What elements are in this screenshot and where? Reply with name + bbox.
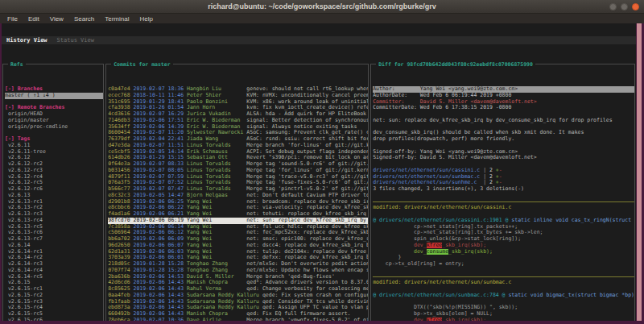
diff-text-line[interactable]: Signed-off-by: David S. Miller <davem@da… — [373, 155, 634, 161]
ref-item[interactable]: origin/HEAD — [5, 111, 103, 118]
ref-item[interactable]: v2.6.13-rc6 — [5, 230, 103, 236]
commit-row[interactable]: 76379df 2019-02-04 22:41 Jiada Wang ASoC… — [108, 136, 368, 143]
ref-group-header[interactable]: [-] Branches — [5, 86, 103, 93]
commit-row[interactable]: 076a3f5 2019-02-07 07:52 Linus Torvalds … — [108, 180, 368, 186]
ref-item[interactable]: origin/master — [5, 118, 103, 124]
diff-stat-line[interactable]: drivers/net/ethernet/sun/sunhme.c | 2 +- — [373, 180, 634, 186]
diff-context-line[interactable]: bp->tx_skbs[elem] = NULL; — [373, 311, 634, 318]
commit-row[interactable]: d2901b8 2019-02-06 06:25 Yang Wei net: b… — [108, 199, 368, 206]
terminal-scrollbar[interactable] — [637, 23, 642, 321]
commit-row[interactable]: 4879f11 2019-02-07 07:59 Linus Torvalds … — [108, 174, 368, 181]
diff-text-line[interactable]: dev_consume_skb_irq() should be called w… — [373, 130, 634, 136]
diff-removed-line[interactable]: dev_kfree_skb_irq(skb); — [373, 243, 634, 249]
menu-item-edit[interactable]: Edit — [28, 15, 39, 23]
diff-text-line[interactable]: net: sun: replace dev_kfree_skb_irq by d… — [373, 118, 634, 124]
diff-stat-line[interactable]: drivers/net/ethernet/sun/sunbmac.c | 2 +… — [373, 174, 634, 181]
diff-meta-line[interactable]: Author:Yang Wei <yang.wei9@zte.com.cn> — [373, 86, 634, 93]
tab-status-view[interactable]: Status View — [57, 36, 94, 44]
ref-item[interactable]: v2.6.14-rc2 — [5, 255, 103, 261]
ref-item[interactable]: v2.6.12-rc6 — [5, 186, 103, 193]
diff-meta-line[interactable]: CommitterDate:Wed Feb 6 17:38:15 2019 -0… — [373, 105, 634, 111]
ref-item[interactable]: v2.6.13-rc4 — [5, 218, 103, 224]
maximize-button[interactable] — [621, 3, 628, 10]
commit-row[interactable]: fb1faab 2019-02-06 14:43 Sudarsana Reddy… — [108, 299, 368, 305]
ref-item[interactable]: v2.6.15-rc2 — [5, 293, 103, 299]
ref-item[interactable]: v2.6.14 — [5, 243, 103, 249]
diff-text-line[interactable]: drop profiles(dropwatch, perf) more frie… — [373, 136, 634, 143]
ref-item[interactable]: v2.6.13-rc2 — [5, 205, 103, 211]
commit-row[interactable]: e8c32c3 2019-02-05 14:47 Bjorn Helgaas n… — [108, 193, 368, 199]
ref-group-header[interactable]: [-] Tags — [5, 136, 103, 143]
menu-item-terminal[interactable]: Terminal — [105, 15, 129, 23]
commit-row[interactable]: cfa3938 2019-01-26 01:54 Jann Horn kvm: … — [108, 105, 368, 111]
ref-item[interactable]: v2.6.15-rc6 — [5, 318, 103, 321]
diff-removed-line[interactable]: dev_kfree_skb_irq(skb); — [373, 318, 634, 321]
diff-context-line[interactable]: cp->net_stats[ring].tx_packets++; — [373, 224, 634, 231]
commit-row[interactable]: 660492b 2019-02-06 14:43 Manish Chopra q… — [108, 311, 368, 318]
ref-item[interactable]: v2.6.14-rc4 — [5, 268, 103, 274]
commit-row[interactable]: 7146db3 2019-02-06 17:51 Eric W. Biederm… — [108, 118, 368, 124]
ref-item[interactable]: v2.6.12 — [5, 155, 103, 161]
ref-item[interactable]: v2.6.15-rc5 — [5, 311, 103, 318]
commit-row[interactable]: b031456 2019-02-07 08:05 Linus Torvalds … — [108, 168, 368, 174]
commit-row[interactable]: 0707f74 2019-01-28 15:28 Tonghao Zhang n… — [108, 268, 368, 274]
commit-row[interactable]: d47e3da 2019-02-07 11:51 Linus Torvalds … — [108, 143, 368, 149]
diff-text-line[interactable]: Signed-off-by: Yang Wei <yang.wei9@zte.c… — [373, 149, 634, 156]
ref-item[interactable]: v2.6.15 — [5, 280, 103, 286]
diff-committer-line[interactable]: Committer:David S. Miller <davem@davemlo… — [373, 99, 634, 106]
diff-added-line[interactable]: dev_consume_skb_irq(skb); — [373, 249, 634, 255]
commit-row[interactable]: f4ad1a6 2019-02-06 06:21 Yang Wei net: t… — [108, 211, 368, 218]
menu-item-file[interactable]: File — [7, 15, 18, 23]
commit-row[interactable]: c506964 2019-02-06 06:12 Yang Wei net: f… — [108, 230, 368, 236]
tab-history-view[interactable]: History View — [6, 36, 47, 44]
commit-row[interactable]: 78eb6ca 2019-02-07 10:36 Dave Airlie Mer… — [108, 318, 368, 321]
close-button[interactable] — [632, 3, 639, 10]
commit-row[interactable]: 0f64e3a 2019-02-07 08:33 Linus Torvalds … — [108, 161, 368, 168]
commit-row[interactable]: ecec768 2018-10-11 11:46 Peter Shier KVM… — [108, 93, 368, 99]
ref-item[interactable]: master ( ↑1 ↓4 ) — [5, 93, 103, 99]
commit-row[interactable]: ce5cbf5 2019-02-05 14:14 Erik Schmauss A… — [108, 149, 368, 156]
commit-row[interactable]: bb6a702 2019-02-06 06:09 Yang Wei net: s… — [108, 236, 368, 243]
ref-group-header[interactable]: [-] Remote Branches — [5, 105, 103, 111]
commit-row[interactable]: 42d6cd6 2019-02-06 14:43 Manish Chopra q… — [108, 280, 368, 286]
commit-row[interactable]: 35634ff 2019-02-06 14:39 Eric W. Biederm… — [108, 124, 368, 131]
ref-item[interactable]: v2.6.15-rc4 — [5, 305, 103, 311]
commit-row[interactable]: c0a47e4 2019-02-07 18:36 Hangbin Liu gen… — [108, 86, 368, 93]
diff-context-line[interactable]: cp->net_stats[ring].tx_bytes += skb->len… — [373, 230, 634, 236]
commit-row[interactable]: 218d05c 2019-01-28 15:28 Tonghao Zhang n… — [108, 261, 368, 268]
commit-row[interactable]: 8600454 2019-02-07 11:20 Sylwester Nawro… — [108, 130, 368, 136]
ref-item[interactable]: v2.6.11-tree — [5, 149, 103, 156]
diff-hunk-header[interactable]: @ drivers/net/ethernet/sun/cassini.c:190… — [373, 218, 634, 224]
commit-row[interactable]: 614db26 2019-01-29 15:15 Sebastian Ott R… — [108, 155, 368, 161]
ref-item[interactable]: v2.6.12-rc2 — [5, 161, 103, 168]
diff-hunk-header[interactable]: @ drivers/net/ethernet/sun/sunbmac.c:784… — [373, 293, 634, 299]
ref-item[interactable]: v2.6.15-rc1 — [5, 286, 103, 293]
ref-item[interactable]: origin/proc-cmdline — [5, 124, 103, 131]
menu-item-view[interactable]: View — [50, 15, 64, 23]
commit-row[interactable]: 0aa4feb 2019-02-06 14:43 Sudarsana Reddy… — [108, 293, 368, 299]
ref-item[interactable]: v2.6.13-rc7 — [5, 236, 103, 243]
ref-item[interactable]: v2.6.15-rc3 — [5, 299, 103, 305]
commit-row[interactable]: 96d2650 2019-02-06 06:07 Yang Wei net: d… — [108, 243, 368, 249]
ref-item[interactable]: v2.6.13-rc1 — [5, 199, 103, 206]
menu-item-help[interactable]: Help — [139, 15, 152, 23]
commit-row[interactable]: 4cd3616 2019-02-07 16:29 Jurica Vukadin … — [108, 111, 368, 118]
ref-item[interactable]: v2.6.14-rc1 — [5, 249, 103, 255]
ref-item[interactable]: v2.6.13 — [5, 193, 103, 199]
commit-row[interactable]: 98fcd70 2019-02-06 06:19 Yang Wei net: s… — [108, 218, 368, 224]
minimize-button[interactable] — [609, 3, 617, 10]
ref-item[interactable]: v2.6.12-rc5 — [5, 180, 103, 186]
ref-item[interactable]: v2.6.12-rc4 — [5, 174, 103, 181]
commit-row[interactable]: 8c85625 2019-02-06 14:43 Rahul Verma qed… — [108, 286, 368, 293]
commit-row[interactable]: b566c77 2019-02-07 07:47 Linus Torvalds … — [108, 186, 368, 193]
diff-context-line[interactable]: spin_unlock(&cp->stat_lock[ring]); — [373, 236, 634, 243]
ref-item[interactable]: v2.6.12-rc3 — [5, 168, 103, 174]
ref-item[interactable]: v2.6.13-rc5 — [5, 224, 103, 231]
commit-row[interactable]: 2ba636b 2019-02-06 14:53 David S. Miller… — [108, 274, 368, 280]
commit-row[interactable]: ebd873a 2019-02-06 14:43 Sudarsana Reddy… — [108, 305, 368, 311]
diff-meta-line[interactable]: AuthorDate:Wed Feb 6 06:19:44 2019 +0800 — [373, 93, 634, 99]
window-titlebar[interactable]: richard@ubuntu: ~/code/goworkspace/src/g… — [0, 0, 644, 14]
diff-context-line[interactable]: } — [373, 255, 634, 261]
commit-row[interactable]: 62d1a31 2019-02-06 06:03 Yang Wei net: t… — [108, 249, 368, 255]
ref-item[interactable]: v2.6.14-rc5 — [5, 274, 103, 280]
